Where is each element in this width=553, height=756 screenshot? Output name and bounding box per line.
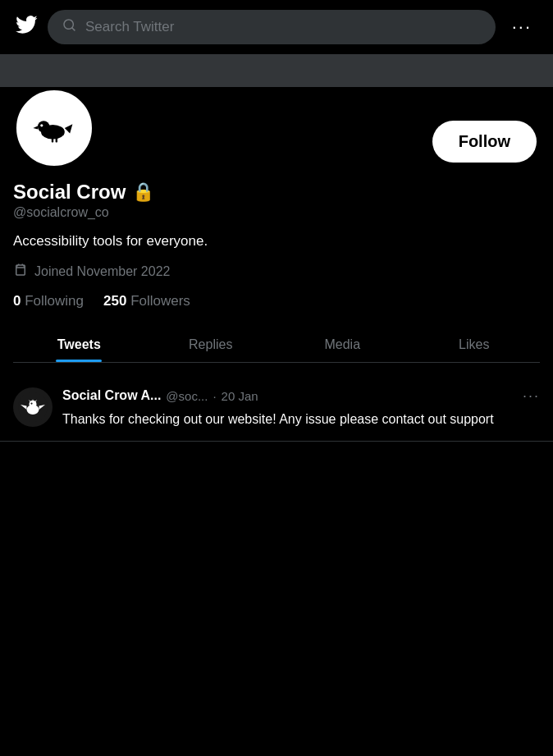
svg-rect-7 [56,138,57,143]
tab-tweets[interactable]: Tweets [13,324,145,362]
svg-point-14 [30,402,32,404]
tweet-avatar [13,387,53,427]
tab-media[interactable]: Media [276,324,409,362]
profile-meta: Joined November 2022 [13,263,540,282]
tweet-content: Social Crow A... @soc... · 20 Jan ··· Th… [62,387,540,429]
tweet-card: Social Crow A... @soc... · 20 Jan ··· Th… [0,376,553,442]
following-count: 0 [13,293,21,309]
more-options-button[interactable]: ··· [505,13,538,41]
profile-section: Follow Social Crow 🔒 @socialcrow_co Acce… [0,87,553,376]
search-icon [62,18,77,36]
follow-button[interactable]: Follow [432,121,537,163]
lock-icon: 🔒 [132,181,154,203]
search-bar[interactable]: Search Twitter [48,10,496,44]
tweet-date: 20 Jan [222,389,258,403]
tweet-avatar-icon [18,392,48,422]
profile-display-name: Social Crow [13,181,126,204]
profile-bio: Accessibility tools for everyone. [13,231,540,251]
joined-date: Joined November 2022 [34,264,170,279]
svg-point-2 [38,121,49,132]
profile-tabs: Tweets Replies Media Likes [13,324,540,363]
tab-replies[interactable]: Replies [145,324,277,362]
profile-handle: @socialcrow_co [13,205,540,220]
tweet-author-handle: @soc... [166,389,208,403]
svg-point-5 [40,124,43,126]
profile-name-row: Social Crow 🔒 [13,181,540,204]
following-label: Following [25,293,84,309]
tweet-text: Thanks for checking out our website! Any… [62,410,540,429]
avatar-follow-row: Follow [13,87,540,169]
tab-likes[interactable]: Likes [409,324,541,362]
avatar-bird-icon [28,102,80,154]
calendar-icon [13,263,28,282]
twitter-logo-icon [15,13,38,42]
avatar [13,87,95,169]
followers-stat[interactable]: 250 Followers [103,293,190,309]
tweet-header: Social Crow A... @soc... · 20 Jan ··· [62,387,540,405]
tweet-more-button[interactable]: ··· [523,387,540,405]
search-placeholder-text: Search Twitter [85,19,174,35]
top-nav: Search Twitter ··· [0,0,553,54]
followers-label: Followers [130,293,190,309]
svg-rect-6 [52,138,53,143]
following-stat[interactable]: 0 Following [13,293,84,309]
followers-count: 250 [103,293,126,309]
follow-stats: 0 Following 250 Followers [13,293,540,309]
tweet-separator: · [213,389,216,403]
tweet-author-name: Social Crow A... [62,388,161,403]
